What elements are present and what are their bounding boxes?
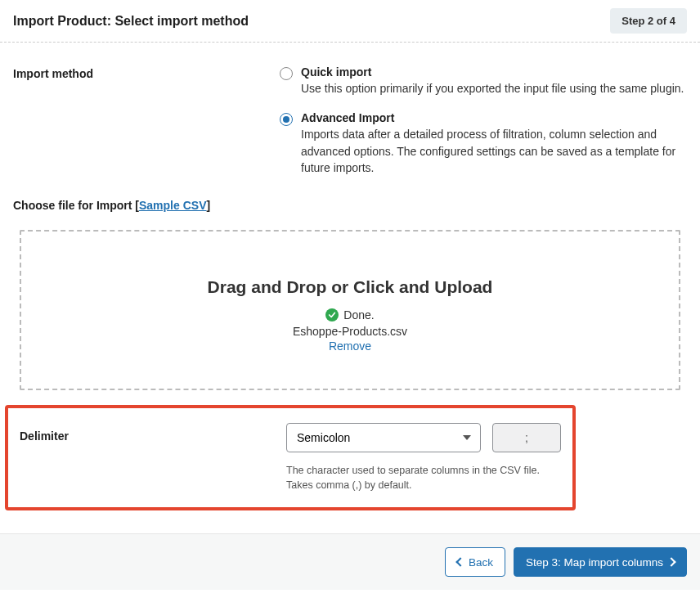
delimiter-row: Delimiter Semicolon The character used t… <box>20 423 561 492</box>
delimiter-char-input[interactable] <box>492 423 561 452</box>
delimiter-controls: Semicolon <box>286 423 561 452</box>
delimiter-label: Delimiter <box>20 423 286 443</box>
dropzone-title: Drag and Drop or Click and Upload <box>38 277 662 297</box>
remove-file-link[interactable]: Remove <box>38 339 662 353</box>
page-title: Import Product: Select import method <box>13 14 249 29</box>
radio-option-advanced-import[interactable]: Advanced Import Imports data after a det… <box>280 111 687 176</box>
chevron-right-icon <box>666 558 675 567</box>
done-text: Done. <box>343 308 374 321</box>
next-step-button[interactable]: Step 3: Map import columns <box>514 547 687 577</box>
radio-icon <box>280 113 293 126</box>
file-dropzone[interactable]: Drag and Drop or Click and Upload Done. … <box>20 230 680 390</box>
label-prefix: Choose file for Import [ <box>13 199 139 212</box>
back-button[interactable]: Back <box>445 547 505 577</box>
import-method-options: Quick import Use this option primarily i… <box>280 65 687 176</box>
wizard-footer: Back Step 3: Map import columns <box>0 533 700 590</box>
delimiter-select[interactable]: Semicolon <box>286 423 481 452</box>
delimiter-help-text: The character used to separate columns i… <box>286 464 561 492</box>
radio-title: Quick import <box>301 65 687 79</box>
radio-text: Quick import Use this option primarily i… <box>301 65 687 97</box>
chevron-left-icon <box>455 558 464 567</box>
radio-desc: Imports data after a detailed process of… <box>301 126 687 176</box>
radio-text: Advanced Import Imports data after a det… <box>301 111 687 176</box>
delimiter-select-wrap: Semicolon <box>286 423 481 452</box>
next-button-label: Step 3: Map import columns <box>526 556 663 569</box>
delimiter-body: Semicolon The character used to separate… <box>286 423 561 492</box>
check-circle-icon <box>325 308 339 321</box>
import-method-row: Import method Quick import Use this opti… <box>13 65 687 176</box>
upload-done-line: Done. <box>325 308 374 321</box>
radio-desc: Use this option primarily if you exporte… <box>301 80 687 97</box>
step-badge: Step 2 of 4 <box>610 8 687 34</box>
wizard-content: Import method Quick import Use this opti… <box>0 43 700 510</box>
label-suffix: ] <box>206 199 210 212</box>
delimiter-highlight: Delimiter Semicolon The character used t… <box>5 405 576 510</box>
sample-csv-link[interactable]: Sample CSV <box>139 199 206 212</box>
choose-file-label: Choose file for Import [Sample CSV] <box>13 199 687 212</box>
import-method-label: Import method <box>13 65 280 80</box>
back-button-label: Back <box>469 556 493 569</box>
wizard-header: Import Product: Select import method Ste… <box>0 0 700 43</box>
radio-icon <box>280 67 293 80</box>
radio-option-quick-import[interactable]: Quick import Use this option primarily i… <box>280 65 687 97</box>
radio-title: Advanced Import <box>301 111 687 124</box>
uploaded-filename: Eshoppe-Products.csv <box>38 325 662 338</box>
